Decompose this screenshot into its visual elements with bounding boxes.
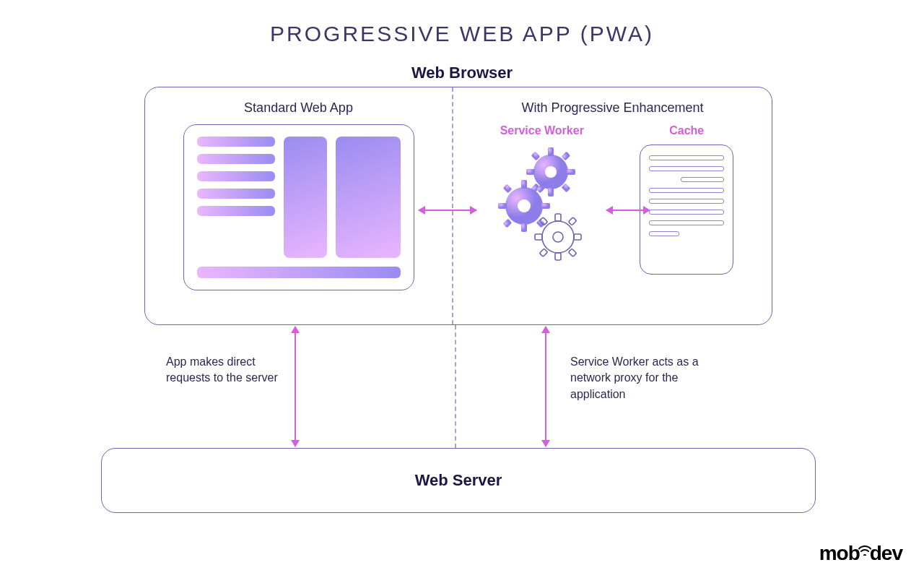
web-server-label: Web Server bbox=[415, 471, 502, 490]
arrow-serviceworker-to-cache bbox=[606, 210, 650, 211]
arrow-webapp-to-serviceworker bbox=[419, 210, 476, 211]
logo-text-part1: mob bbox=[819, 542, 860, 564]
svg-rect-6 bbox=[561, 152, 570, 161]
arrow-webapp-to-server bbox=[295, 327, 296, 447]
svg-rect-15 bbox=[502, 184, 512, 194]
gears-icon bbox=[492, 144, 593, 267]
standard-webapp-column: Standard Web App bbox=[145, 87, 452, 324]
diagram-title: PROGRESSIVE WEB APP (PWA) bbox=[0, 0, 924, 46]
svg-rect-29 bbox=[568, 249, 576, 256]
wireframe-bar bbox=[197, 189, 275, 199]
svg-rect-22 bbox=[555, 214, 561, 221]
svg-point-20 bbox=[542, 221, 574, 253]
svg-point-9 bbox=[545, 166, 557, 178]
service-worker-group: Service Worker bbox=[492, 124, 593, 267]
svg-rect-28 bbox=[539, 249, 547, 256]
wireframe-block bbox=[336, 137, 401, 258]
webapp-wireframe-card bbox=[183, 124, 414, 290]
wireframe-block bbox=[284, 137, 327, 258]
svg-rect-25 bbox=[574, 234, 581, 240]
note-direct-requests: App makes direct requests to the server bbox=[166, 354, 282, 387]
svg-rect-13 bbox=[498, 203, 507, 209]
svg-rect-12 bbox=[521, 223, 527, 232]
cache-label: Cache bbox=[669, 124, 704, 137]
wireframe-bar bbox=[197, 171, 275, 181]
svg-rect-23 bbox=[555, 253, 561, 260]
svg-rect-4 bbox=[567, 169, 575, 175]
svg-point-19 bbox=[518, 199, 531, 212]
svg-rect-24 bbox=[535, 234, 542, 240]
mobidev-logo: mobdev bbox=[819, 542, 902, 565]
vertical-divider-extension bbox=[455, 325, 456, 448]
svg-rect-1 bbox=[548, 147, 554, 156]
progressive-enhancement-heading: With Progressive Enhancement bbox=[468, 100, 757, 116]
note-network-proxy: Service Worker acts as a network proxy f… bbox=[570, 354, 729, 402]
wireframe-lines bbox=[197, 137, 275, 258]
wireframe-bar bbox=[197, 154, 275, 164]
logo-text-part2: dev bbox=[870, 542, 902, 564]
cache-card-icon bbox=[640, 144, 733, 275]
web-browser-label: Web Browser bbox=[0, 64, 924, 82]
svg-rect-2 bbox=[548, 188, 554, 197]
svg-rect-27 bbox=[568, 217, 576, 225]
svg-rect-11 bbox=[521, 180, 527, 189]
web-server-container: Web Server bbox=[101, 448, 816, 513]
svg-rect-8 bbox=[561, 184, 570, 193]
wireframe-bar bbox=[197, 267, 401, 278]
svg-rect-3 bbox=[526, 169, 535, 175]
wireframe-bar bbox=[197, 137, 275, 147]
wireframe-bar bbox=[197, 206, 275, 216]
arrow-serviceworker-to-server bbox=[545, 327, 546, 447]
service-worker-label: Service Worker bbox=[500, 124, 584, 137]
cache-group: Cache bbox=[640, 124, 733, 275]
svg-rect-14 bbox=[541, 203, 550, 209]
wifi-icon bbox=[858, 538, 871, 561]
svg-point-21 bbox=[553, 232, 563, 242]
web-browser-container: Standard Web App With Progressive Enhanc… bbox=[144, 87, 772, 325]
standard-webapp-heading: Standard Web App bbox=[161, 100, 436, 116]
svg-rect-5 bbox=[531, 152, 540, 161]
svg-rect-17 bbox=[502, 219, 512, 228]
